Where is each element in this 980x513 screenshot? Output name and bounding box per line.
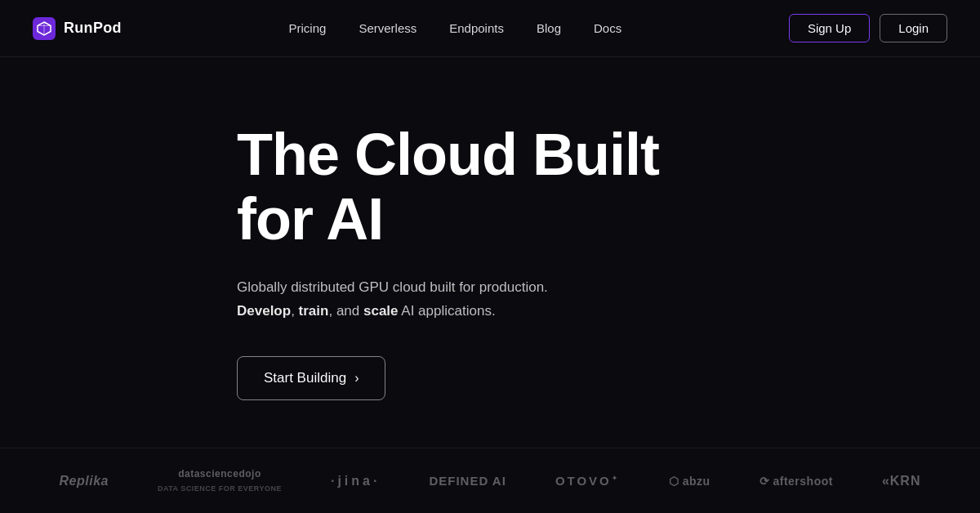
nav-links: Pricing Serverless Endpoints Blog Docs: [289, 21, 622, 36]
hero-subtitle-end: AI applications.: [399, 303, 496, 319]
nav-item-blog[interactable]: Blog: [537, 21, 561, 36]
logo-krn: «KRN: [882, 474, 921, 488]
hero-title: The Cloud Built for AI: [237, 123, 735, 252]
brand-name: RunPod: [64, 20, 122, 37]
hero-subtitle-develop: Develop: [237, 303, 291, 319]
logo-datasciencedojo: datasciencedojoDATA SCIENCE FOR EVERYONE: [158, 467, 282, 495]
nav-item-docs[interactable]: Docs: [594, 21, 621, 36]
hero-section: The Cloud Built for AI Globally distribu…: [0, 57, 735, 441]
hero-subtitle-comma1: ,: [291, 303, 298, 319]
start-building-button[interactable]: Start Building ›: [237, 356, 385, 400]
hero-subtitle-train: train: [299, 303, 329, 319]
hero-subtitle-and: , and: [328, 303, 363, 319]
nav-actions: Sign Up Login: [789, 14, 947, 42]
logo-abzu: ⬡ abzu: [669, 475, 710, 488]
hero-subtitle-line1: Globally distributed GPU cloud built for…: [237, 279, 548, 295]
arrow-icon: ›: [354, 371, 359, 386]
hero-subtitle-scale: scale: [363, 303, 399, 319]
logos-strip: Replika datasciencedojoDATA SCIENCE FOR …: [0, 448, 980, 513]
hero-subtitle: Globally distributed GPU cloud built for…: [237, 276, 548, 323]
nav-item-endpoints[interactable]: Endpoints: [449, 21, 504, 36]
logo-defined-ai: DEFINED AI: [429, 474, 506, 488]
login-button[interactable]: Login: [880, 14, 947, 42]
nav-item-serverless[interactable]: Serverless: [359, 21, 416, 36]
logo-replika: Replika: [60, 474, 109, 488]
nav-item-pricing[interactable]: Pricing: [289, 21, 327, 36]
cube-icon: [33, 17, 56, 40]
logo-otovo: OTOVO✦: [555, 474, 620, 488]
logo-aftershoot: ⟳ aftershoot: [760, 475, 833, 488]
logo[interactable]: RunPod: [33, 17, 122, 40]
start-building-label: Start Building: [264, 370, 346, 386]
signup-button[interactable]: Sign Up: [789, 14, 870, 42]
logo-jina: ·jina·: [331, 474, 380, 488]
navbar: RunPod Pricing Serverless Endpoints Blog…: [0, 0, 980, 57]
